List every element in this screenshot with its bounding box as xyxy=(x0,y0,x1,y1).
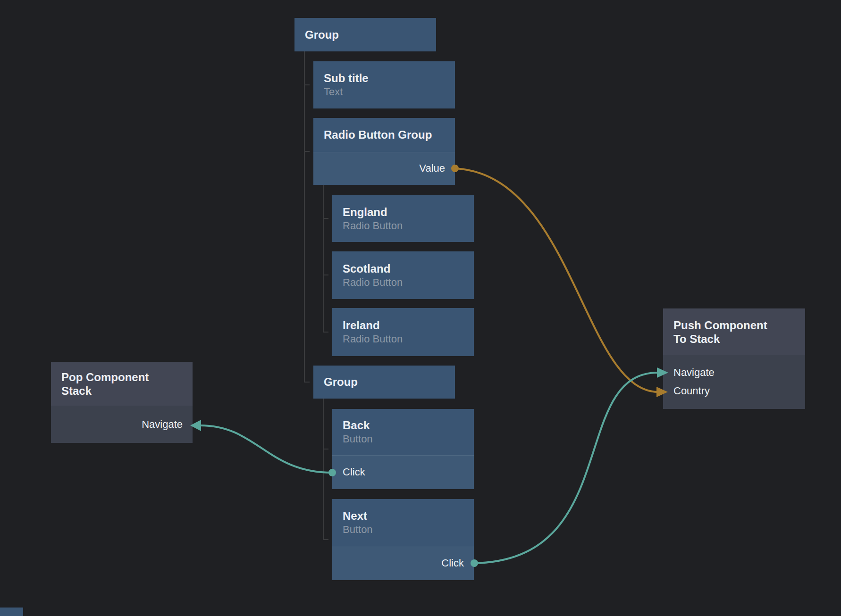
node-radio-button-group[interactable]: Radio Button Group Value xyxy=(313,118,455,185)
input-port-navigate-push[interactable]: Navigate xyxy=(663,363,805,382)
edge-nextclick-to-navigate[interactable] xyxy=(474,373,658,563)
node-title: Radio Button Group xyxy=(324,128,432,142)
node-title: Push Component To Stack xyxy=(673,318,777,346)
port-label: Click xyxy=(343,466,365,478)
node-graph-canvas[interactable]: Group Sub title Text Radio Button Group … xyxy=(0,0,841,616)
node-scotland[interactable]: Scotland Radio Button xyxy=(332,251,474,299)
node-title: England xyxy=(343,205,463,219)
output-port-value[interactable]: Value xyxy=(313,152,455,184)
node-type-label: Radio Button xyxy=(343,333,463,346)
port-label: Click xyxy=(441,557,464,569)
port-label: Navigate xyxy=(673,366,715,379)
node-title: Group xyxy=(324,375,358,389)
node-back[interactable]: Back Button Click xyxy=(332,409,474,489)
edge-value-to-country[interactable] xyxy=(455,168,658,392)
node-type-label: Text xyxy=(324,85,445,99)
node-title: Pop Component Stack xyxy=(61,370,165,398)
node-type-label: Button xyxy=(343,523,463,536)
node-title: Group xyxy=(305,28,339,42)
node-group-1[interactable]: Group xyxy=(294,18,436,51)
node-england[interactable]: England Radio Button xyxy=(332,195,474,242)
node-type-label: Radio Button xyxy=(343,276,463,289)
port-label: Country xyxy=(673,385,710,397)
node-title: Back xyxy=(343,418,463,433)
node-next[interactable]: Next Button Click xyxy=(332,499,474,580)
node-sub-title[interactable]: Sub title Text xyxy=(313,61,455,108)
node-group-2[interactable]: Group xyxy=(313,366,455,399)
tree-connector-level1 xyxy=(304,51,310,382)
node-pop-component-stack[interactable]: Pop Component Stack Navigate xyxy=(51,362,193,443)
node-type-label: Button xyxy=(343,433,463,446)
node-title: Sub title xyxy=(324,71,445,85)
node-fragment xyxy=(0,608,23,616)
edge-backclick-to-popnavigate[interactable] xyxy=(200,425,332,473)
port-label: Value xyxy=(419,162,445,175)
input-port-country-push[interactable]: Country xyxy=(663,382,805,400)
node-title: Ireland xyxy=(343,318,463,333)
input-port-navigate-pop[interactable]: Navigate xyxy=(51,406,193,443)
output-port-click-back[interactable]: Click xyxy=(332,455,474,489)
tree-connector-radio-children xyxy=(323,185,328,332)
output-port-click-next[interactable]: Click xyxy=(332,546,474,580)
port-label: Navigate xyxy=(142,418,183,431)
node-ireland[interactable]: Ireland Radio Button xyxy=(332,308,474,356)
node-push-component-to-stack[interactable]: Push Component To Stack Navigate Country xyxy=(663,308,805,409)
tree-connector-button-children xyxy=(323,399,328,540)
node-title: Scotland xyxy=(343,262,463,276)
node-title: Next xyxy=(343,509,463,523)
node-type-label: Radio Button xyxy=(343,219,463,233)
